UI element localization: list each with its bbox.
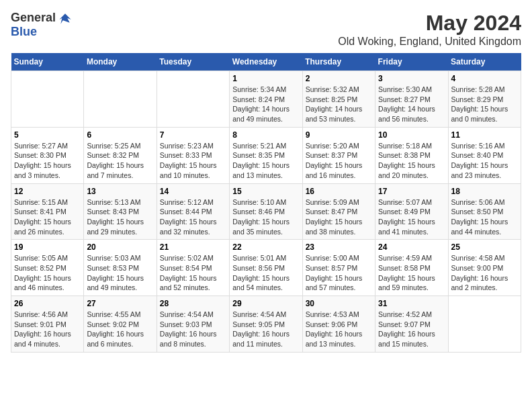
calendar-cell xyxy=(448,296,521,353)
day-header-tuesday: Tuesday xyxy=(157,53,229,71)
day-info: Sunrise: 5:02 AM Sunset: 8:54 PM Dayligh… xyxy=(160,253,226,293)
day-info: Sunrise: 5:30 AM Sunset: 8:27 PM Dayligh… xyxy=(378,85,445,124)
calendar-cell: 9Sunrise: 5:20 AM Sunset: 8:37 PM Daylig… xyxy=(302,127,375,183)
day-info: Sunrise: 5:09 AM Sunset: 8:47 PM Dayligh… xyxy=(306,197,372,237)
day-header-wednesday: Wednesday xyxy=(230,53,302,71)
calendar-cell: 27Sunrise: 4:55 AM Sunset: 9:02 PM Dayli… xyxy=(84,296,157,353)
logo-bird-icon xyxy=(58,11,72,25)
calendar-table: SundayMondayTuesdayWednesdayThursdayFrid… xyxy=(11,53,521,353)
title-block: May 2024 Old Woking, England, United Kin… xyxy=(338,11,521,48)
calendar-cell: 17Sunrise: 5:07 AM Sunset: 8:49 PM Dayli… xyxy=(375,183,448,240)
day-info: Sunrise: 4:55 AM Sunset: 9:02 PM Dayligh… xyxy=(87,310,153,349)
day-number: 15 xyxy=(232,187,299,196)
day-info: Sunrise: 5:03 AM Sunset: 8:53 PM Dayligh… xyxy=(87,253,153,293)
day-info: Sunrise: 4:59 AM Sunset: 8:58 PM Dayligh… xyxy=(378,253,445,293)
day-info: Sunrise: 5:00 AM Sunset: 8:57 PM Dayligh… xyxy=(306,253,372,293)
day-info: Sunrise: 5:15 AM Sunset: 8:41 PM Dayligh… xyxy=(14,197,81,237)
day-info: Sunrise: 4:53 AM Sunset: 9:06 PM Dayligh… xyxy=(306,310,372,349)
page-subtitle: Old Woking, England, United Kingdom xyxy=(338,36,521,48)
calendar-week-row: 5Sunrise: 5:27 AM Sunset: 8:30 PM Daylig… xyxy=(11,127,521,183)
day-number: 19 xyxy=(14,242,81,252)
calendar-cell: 5Sunrise: 5:27 AM Sunset: 8:30 PM Daylig… xyxy=(11,127,84,183)
calendar-cell: 13Sunrise: 5:13 AM Sunset: 8:43 PM Dayli… xyxy=(84,183,157,240)
day-info: Sunrise: 5:13 AM Sunset: 8:43 PM Dayligh… xyxy=(87,197,153,237)
day-number: 9 xyxy=(306,130,372,140)
day-number: 8 xyxy=(232,130,299,140)
day-info: Sunrise: 4:58 AM Sunset: 9:00 PM Dayligh… xyxy=(451,253,518,293)
calendar-week-row: 1Sunrise: 5:34 AM Sunset: 8:24 PM Daylig… xyxy=(11,71,521,128)
calendar-cell: 31Sunrise: 4:52 AM Sunset: 9:07 PM Dayli… xyxy=(375,296,448,353)
calendar-cell: 12Sunrise: 5:15 AM Sunset: 8:41 PM Dayli… xyxy=(11,183,84,240)
calendar-cell: 21Sunrise: 5:02 AM Sunset: 8:54 PM Dayli… xyxy=(157,240,229,296)
calendar-cell: 11Sunrise: 5:16 AM Sunset: 8:40 PM Dayli… xyxy=(448,127,521,183)
day-number: 1 xyxy=(232,74,299,83)
calendar-cell: 3Sunrise: 5:30 AM Sunset: 8:27 PM Daylig… xyxy=(375,71,448,128)
day-info: Sunrise: 5:23 AM Sunset: 8:33 PM Dayligh… xyxy=(160,141,226,181)
calendar-cell: 16Sunrise: 5:09 AM Sunset: 8:47 PM Dayli… xyxy=(302,183,375,240)
calendar-cell: 14Sunrise: 5:12 AM Sunset: 8:44 PM Dayli… xyxy=(157,183,229,240)
day-number: 27 xyxy=(87,299,153,308)
calendar-header-row: SundayMondayTuesdayWednesdayThursdayFrid… xyxy=(11,53,521,71)
day-number: 2 xyxy=(306,74,372,83)
calendar-cell: 23Sunrise: 5:00 AM Sunset: 8:57 PM Dayli… xyxy=(302,240,375,296)
calendar-cell: 10Sunrise: 5:18 AM Sunset: 8:38 PM Dayli… xyxy=(375,127,448,183)
day-number: 31 xyxy=(378,299,445,308)
day-number: 20 xyxy=(87,242,153,252)
day-header-monday: Monday xyxy=(84,53,157,71)
calendar-cell: 6Sunrise: 5:25 AM Sunset: 8:32 PM Daylig… xyxy=(84,127,157,183)
day-number: 18 xyxy=(451,187,518,196)
day-info: Sunrise: 5:28 AM Sunset: 8:29 PM Dayligh… xyxy=(451,85,518,124)
day-number: 3 xyxy=(378,74,445,83)
calendar-week-row: 26Sunrise: 4:56 AM Sunset: 9:01 PM Dayli… xyxy=(11,296,521,353)
day-info: Sunrise: 5:06 AM Sunset: 8:50 PM Dayligh… xyxy=(451,197,518,237)
calendar-cell: 24Sunrise: 4:59 AM Sunset: 8:58 PM Dayli… xyxy=(375,240,448,296)
calendar-cell: 18Sunrise: 5:06 AM Sunset: 8:50 PM Dayli… xyxy=(448,183,521,240)
calendar-cell: 25Sunrise: 4:58 AM Sunset: 9:00 PM Dayli… xyxy=(448,240,521,296)
day-number: 17 xyxy=(378,187,445,196)
day-number: 10 xyxy=(378,130,445,140)
calendar-cell xyxy=(84,71,157,128)
day-number: 14 xyxy=(160,187,226,196)
day-info: Sunrise: 5:07 AM Sunset: 8:49 PM Dayligh… xyxy=(378,197,445,237)
day-number: 11 xyxy=(451,130,518,140)
day-number: 30 xyxy=(306,299,372,308)
day-info: Sunrise: 5:20 AM Sunset: 8:37 PM Dayligh… xyxy=(306,141,372,181)
day-number: 21 xyxy=(160,242,226,252)
day-info: Sunrise: 5:12 AM Sunset: 8:44 PM Dayligh… xyxy=(160,197,226,237)
calendar-cell: 19Sunrise: 5:05 AM Sunset: 8:52 PM Dayli… xyxy=(11,240,84,296)
day-info: Sunrise: 5:34 AM Sunset: 8:24 PM Dayligh… xyxy=(232,85,299,124)
day-number: 12 xyxy=(14,187,81,196)
calendar-week-row: 12Sunrise: 5:15 AM Sunset: 8:41 PM Dayli… xyxy=(11,183,521,240)
day-number: 7 xyxy=(160,130,226,140)
day-info: Sunrise: 5:16 AM Sunset: 8:40 PM Dayligh… xyxy=(451,141,518,181)
calendar-cell: 1Sunrise: 5:34 AM Sunset: 8:24 PM Daylig… xyxy=(230,71,302,128)
calendar-cell xyxy=(11,71,84,128)
day-number: 22 xyxy=(232,242,299,252)
page-header: General Blue May 2024 Old Woking, Englan… xyxy=(11,11,521,48)
calendar-cell: 15Sunrise: 5:10 AM Sunset: 8:46 PM Dayli… xyxy=(230,183,302,240)
logo-general-text: General xyxy=(11,11,56,25)
calendar-cell: 28Sunrise: 4:54 AM Sunset: 9:03 PM Dayli… xyxy=(157,296,229,353)
calendar-cell: 4Sunrise: 5:28 AM Sunset: 8:29 PM Daylig… xyxy=(448,71,521,128)
page-title: May 2024 xyxy=(338,11,521,36)
day-info: Sunrise: 5:05 AM Sunset: 8:52 PM Dayligh… xyxy=(14,253,81,293)
day-number: 5 xyxy=(14,130,81,140)
day-info: Sunrise: 4:54 AM Sunset: 9:03 PM Dayligh… xyxy=(160,310,226,349)
calendar-cell: 8Sunrise: 5:21 AM Sunset: 8:35 PM Daylig… xyxy=(230,127,302,183)
calendar-cell xyxy=(157,71,229,128)
day-header-friday: Friday xyxy=(375,53,448,71)
logo: General Blue xyxy=(11,11,72,39)
day-number: 28 xyxy=(160,299,226,308)
calendar-cell: 26Sunrise: 4:56 AM Sunset: 9:01 PM Dayli… xyxy=(11,296,84,353)
day-number: 4 xyxy=(451,74,518,83)
day-info: Sunrise: 4:56 AM Sunset: 9:01 PM Dayligh… xyxy=(14,310,81,349)
day-info: Sunrise: 5:10 AM Sunset: 8:46 PM Dayligh… xyxy=(232,197,299,237)
day-header-saturday: Saturday xyxy=(448,53,521,71)
calendar-cell: 2Sunrise: 5:32 AM Sunset: 8:25 PM Daylig… xyxy=(302,71,375,128)
day-info: Sunrise: 5:21 AM Sunset: 8:35 PM Dayligh… xyxy=(232,141,299,181)
day-number: 23 xyxy=(306,242,372,252)
calendar-cell: 30Sunrise: 4:53 AM Sunset: 9:06 PM Dayli… xyxy=(302,296,375,353)
day-number: 24 xyxy=(378,242,445,252)
day-info: Sunrise: 5:27 AM Sunset: 8:30 PM Dayligh… xyxy=(14,141,81,181)
day-number: 29 xyxy=(232,299,299,308)
